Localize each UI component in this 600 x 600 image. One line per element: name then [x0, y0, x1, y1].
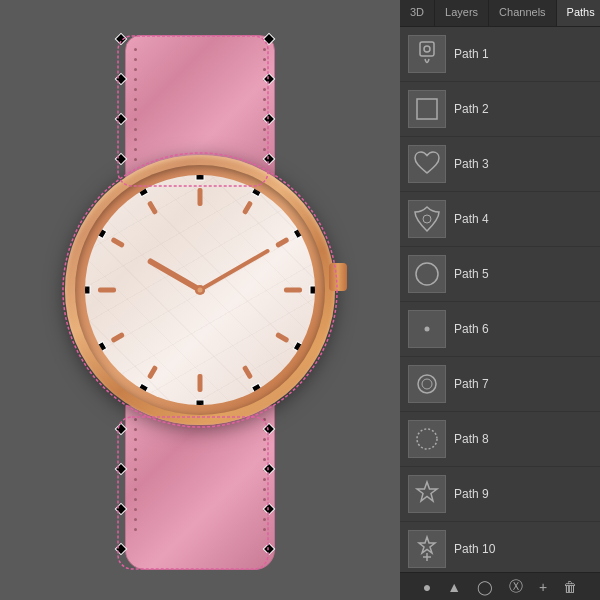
- path-name-9: Path 9: [454, 487, 489, 501]
- svg-rect-3: [284, 288, 302, 293]
- svg-rect-10: [110, 237, 125, 248]
- path-name-3: Path 3: [454, 157, 489, 171]
- svg-rect-17: [252, 186, 263, 197]
- svg-rect-47: [420, 42, 434, 56]
- path-thumbnail-10: [408, 530, 446, 568]
- svg-rect-28: [115, 33, 126, 44]
- svg-rect-20: [293, 342, 304, 353]
- svg-point-50: [423, 215, 431, 223]
- path-name-10: Path 10: [454, 542, 495, 556]
- svg-point-51: [416, 263, 438, 285]
- svg-point-55: [417, 429, 437, 449]
- path-name-7: Path 7: [454, 377, 489, 391]
- svg-point-14: [195, 285, 205, 295]
- svg-point-48: [424, 46, 430, 52]
- svg-rect-21: [252, 383, 263, 394]
- path-thumbnail-7: [408, 365, 446, 403]
- strap-bottom: [125, 405, 275, 570]
- fill-path-icon[interactable]: ●: [423, 579, 431, 595]
- load-path-icon[interactable]: ◯: [477, 579, 493, 595]
- tab-3d[interactable]: 3D: [400, 0, 435, 26]
- svg-rect-8: [110, 332, 125, 343]
- tab-paths[interactable]: Paths: [557, 0, 600, 26]
- svg-rect-11: [147, 200, 158, 215]
- path-name-1: Path 1: [454, 47, 489, 61]
- watch-dial: [85, 175, 315, 405]
- make-path-icon[interactable]: Ⓧ: [509, 578, 523, 596]
- svg-rect-22: [196, 400, 204, 405]
- path-thumbnail-4: [408, 200, 446, 238]
- path-name-4: Path 4: [454, 212, 489, 226]
- watch-crown: [329, 263, 347, 291]
- path-item-2[interactable]: Path 2: [400, 82, 600, 137]
- path-name-8: Path 8: [454, 432, 489, 446]
- path-item-4[interactable]: Path 4: [400, 192, 600, 247]
- svg-rect-18: [293, 228, 304, 239]
- svg-rect-23: [138, 383, 149, 394]
- path-thumbnail-9: [408, 475, 446, 513]
- path-thumbnail-6: [408, 310, 446, 348]
- tab-channels[interactable]: Channels: [489, 0, 556, 26]
- path-item-9[interactable]: Path 9: [400, 467, 600, 522]
- svg-rect-16: [196, 175, 204, 180]
- svg-rect-5: [242, 365, 253, 380]
- path-thumbnail-1: [408, 35, 446, 73]
- svg-rect-7: [147, 365, 158, 380]
- svg-point-15: [198, 288, 203, 293]
- path-thumbnail-3: [408, 145, 446, 183]
- path-item-10[interactable]: Path 10: [400, 522, 600, 572]
- stroke-path-icon[interactable]: ▲: [447, 579, 461, 595]
- paths-panel: 3D Layers Channels Paths Path 1 Path: [400, 0, 600, 600]
- path-item-7[interactable]: Path 7: [400, 357, 600, 412]
- svg-rect-24: [96, 342, 107, 353]
- svg-rect-1: [242, 200, 253, 215]
- path-thumbnail-2: [408, 90, 446, 128]
- svg-rect-19: [310, 286, 315, 294]
- panel-tabs: 3D Layers Channels Paths: [400, 0, 600, 27]
- new-path-icon[interactable]: +: [539, 579, 547, 595]
- svg-rect-26: [96, 228, 107, 239]
- svg-point-53: [418, 375, 436, 393]
- path-name-6: Path 6: [454, 322, 489, 336]
- path-thumbnail-8: [408, 420, 446, 458]
- svg-rect-6: [198, 374, 203, 392]
- svg-rect-12: [147, 257, 206, 295]
- watch-image: [45, 25, 355, 575]
- svg-rect-4: [275, 332, 290, 343]
- svg-rect-0: [198, 188, 203, 206]
- path-item-5[interactable]: Path 5: [400, 247, 600, 302]
- path-name-2: Path 2: [454, 102, 489, 116]
- path-item-6[interactable]: Path 6: [400, 302, 600, 357]
- svg-rect-13: [195, 248, 271, 294]
- svg-rect-9: [98, 288, 116, 293]
- svg-rect-25: [85, 286, 90, 294]
- path-item-8[interactable]: Path 8: [400, 412, 600, 467]
- svg-rect-27: [138, 186, 149, 197]
- delete-path-icon[interactable]: 🗑: [563, 579, 577, 595]
- tab-layers[interactable]: Layers: [435, 0, 489, 26]
- paths-list: Path 1 Path 2 Path 3: [400, 27, 600, 572]
- svg-rect-49: [417, 99, 437, 119]
- path-name-5: Path 5: [454, 267, 489, 281]
- path-item-1[interactable]: Path 1: [400, 27, 600, 82]
- svg-rect-2: [275, 237, 290, 248]
- path-item-3[interactable]: Path 3: [400, 137, 600, 192]
- canvas-area: [0, 0, 400, 600]
- panel-bottom-bar: ● ▲ ◯ Ⓧ + 🗑: [400, 572, 600, 600]
- svg-point-54: [422, 379, 432, 389]
- path-thumbnail-5: [408, 255, 446, 293]
- svg-point-52: [425, 327, 430, 332]
